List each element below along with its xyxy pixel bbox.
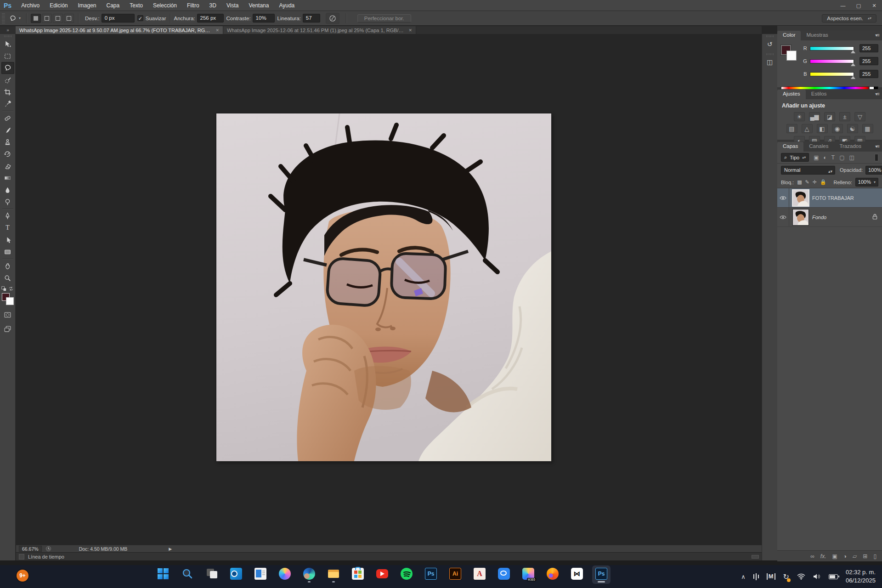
quick-selection-tool[interactable] bbox=[1, 74, 14, 86]
slider-thumb[interactable] bbox=[851, 50, 855, 53]
selection-mode-add-button[interactable] bbox=[42, 14, 52, 23]
layer-visibility-toggle[interactable] bbox=[777, 188, 789, 208]
contrast-input[interactable]: 10% bbox=[253, 14, 275, 23]
menu-edicion[interactable]: Edición bbox=[45, 0, 73, 11]
mcafee-tray-icon[interactable]: M bbox=[767, 573, 775, 580]
desktop-app-button[interactable] bbox=[254, 568, 266, 582]
lock-transparency-icon[interactable]: ▩ bbox=[797, 179, 802, 185]
battery-icon[interactable] bbox=[829, 574, 838, 579]
menu-filtro[interactable]: Filtro bbox=[182, 0, 204, 11]
menu-texto[interactable]: Texto bbox=[124, 0, 148, 11]
panel-menu-icon[interactable]: ▾≡ bbox=[875, 91, 879, 96]
screen-mode-button[interactable] bbox=[1, 322, 14, 334]
status-flyout-arrow-icon[interactable]: ▶ bbox=[169, 547, 172, 551]
hue-saturation-icon[interactable]: ▤ bbox=[786, 124, 797, 133]
timeline-panel-bar[interactable]: Línea de tiempo bbox=[16, 552, 762, 560]
start-button[interactable] bbox=[157, 568, 169, 582]
color-balance-icon[interactable]: △ bbox=[802, 124, 813, 133]
background-color-swatch[interactable] bbox=[6, 297, 14, 305]
photoshop-active-button[interactable]: Ps bbox=[595, 568, 607, 582]
tab-muestras[interactable]: Muestras bbox=[801, 31, 833, 40]
autocad-button[interactable]: A bbox=[474, 568, 486, 582]
tab-ajustes[interactable]: Ajustes bbox=[777, 90, 806, 99]
slider-thumb[interactable] bbox=[851, 76, 855, 79]
menu-vista[interactable]: Vista bbox=[221, 0, 243, 11]
menu-capa[interactable]: Capa bbox=[102, 0, 125, 11]
slider-thumb[interactable] bbox=[851, 63, 855, 66]
copilot-button[interactable] bbox=[279, 568, 291, 582]
layer-row-foto-trabajar[interactable]: FOTO TRABAJAR bbox=[777, 188, 882, 208]
curves-icon[interactable]: ◪ bbox=[824, 112, 835, 121]
layer-thumbnail[interactable] bbox=[793, 209, 808, 225]
tablet-pressure-button[interactable] bbox=[326, 13, 339, 24]
selection-mode-new-button[interactable] bbox=[31, 14, 41, 23]
eraser-tool[interactable] bbox=[1, 160, 14, 172]
delete-layer-icon[interactable]: ▯ bbox=[873, 553, 876, 560]
crop-tool[interactable] bbox=[1, 86, 14, 98]
search-button[interactable] bbox=[181, 568, 193, 582]
menu-archivo[interactable]: Archivo bbox=[16, 0, 45, 11]
tab-capas[interactable]: Capas bbox=[777, 142, 803, 152]
tab-estilos[interactable]: Estilos bbox=[806, 90, 832, 99]
volume-icon[interactable] bbox=[813, 573, 821, 580]
blue-channel-value[interactable]: 255 bbox=[859, 70, 878, 78]
gradient-tool[interactable] bbox=[1, 172, 14, 184]
wifi-icon[interactable] bbox=[797, 573, 805, 580]
black-white-icon[interactable]: ◧ bbox=[817, 124, 828, 133]
file-explorer-button[interactable] bbox=[328, 568, 339, 582]
taskbar-clock[interactable]: 02:32 p. m. 06/12/2025 bbox=[846, 568, 876, 584]
rectangular-marquee-tool[interactable] bbox=[1, 50, 14, 62]
panel-menu-icon[interactable]: ▾≡ bbox=[875, 33, 879, 38]
anti-alias-checkbox[interactable]: ✓ bbox=[137, 15, 143, 21]
levels-icon[interactable]: ▄▆ bbox=[809, 112, 820, 121]
green-channel-slider[interactable] bbox=[810, 59, 854, 63]
brightness-contrast-icon[interactable]: ☀ bbox=[794, 112, 805, 121]
channel-mixer-icon[interactable]: ☯ bbox=[847, 124, 858, 133]
zoom-tool[interactable] bbox=[1, 272, 14, 284]
layer-row-fondo[interactable]: Fondo bbox=[777, 208, 882, 227]
layer-filter-type-select[interactable]: ⌕ Tipo ▴▾ bbox=[781, 153, 809, 162]
hand-tool[interactable] bbox=[1, 260, 14, 272]
red-channel-value[interactable]: 255 bbox=[859, 44, 878, 52]
width-input[interactable]: 256 px bbox=[197, 14, 224, 23]
filter-shape-layers-icon[interactable]: ▢ bbox=[839, 154, 844, 161]
filter-adjustment-layers-icon[interactable]: ◐ bbox=[824, 154, 827, 161]
brush-tool[interactable] bbox=[1, 124, 14, 136]
workspace-switcher[interactable]: Aspectos esen. ▴▾ bbox=[822, 14, 876, 23]
document-tab-2-close-icon[interactable]: ✕ bbox=[408, 28, 412, 33]
outlook-button[interactable] bbox=[230, 568, 242, 582]
task-view-button[interactable] bbox=[206, 568, 218, 582]
color-lookup-icon[interactable]: ▦ bbox=[862, 124, 873, 133]
magnetic-lasso-tool-preset-icon[interactable] bbox=[9, 14, 17, 23]
edge-button[interactable] bbox=[303, 568, 315, 582]
sync-tray-icon[interactable]: ↻ bbox=[783, 572, 789, 581]
healing-brush-tool[interactable] bbox=[1, 112, 14, 124]
eyedropper-tool[interactable] bbox=[1, 98, 14, 110]
blend-mode-select[interactable]: Normal ▴▾ bbox=[781, 166, 835, 175]
lock-position-icon[interactable]: ✛ bbox=[813, 179, 817, 185]
add-layer-mask-icon[interactable]: ▣ bbox=[832, 553, 837, 560]
microsoft-store-button[interactable] bbox=[352, 568, 364, 582]
firefox-button[interactable] bbox=[547, 568, 559, 582]
filter-type-layers-icon[interactable]: T bbox=[831, 154, 835, 161]
timeline-scroll-handle[interactable] bbox=[752, 555, 759, 559]
blue-channel-slider[interactable] bbox=[810, 72, 854, 76]
swap-colors-icon[interactable] bbox=[8, 286, 14, 291]
new-layer-icon[interactable]: ⊞ bbox=[863, 553, 867, 560]
menu-3d[interactable]: 3D bbox=[204, 0, 221, 11]
history-panel-icon[interactable]: ↺ bbox=[764, 38, 776, 50]
chat-app-button[interactable] bbox=[498, 568, 510, 582]
capcut-button[interactable]: ⋈ bbox=[571, 568, 583, 582]
m365-copilot-button[interactable]: M365 bbox=[522, 568, 534, 582]
document-tab-1[interactable]: WhatsApp Image 2025-12-06 at 9.50.07 AM.… bbox=[16, 26, 223, 34]
maximize-button[interactable]: ▢ bbox=[851, 0, 866, 11]
lock-all-icon[interactable]: 🔒 bbox=[820, 179, 826, 185]
filter-toggle-switch[interactable] bbox=[875, 154, 878, 161]
move-tool[interactable] bbox=[1, 38, 14, 50]
minimize-button[interactable]: — bbox=[835, 0, 851, 11]
close-button[interactable]: ✕ bbox=[866, 0, 882, 11]
lock-pixels-icon[interactable]: ✎ bbox=[805, 179, 809, 185]
zoom-level-field[interactable]: 66.67% bbox=[19, 546, 42, 552]
clone-stamp-tool[interactable] bbox=[1, 136, 14, 148]
selection-mode-subtract-button[interactable] bbox=[53, 14, 63, 23]
